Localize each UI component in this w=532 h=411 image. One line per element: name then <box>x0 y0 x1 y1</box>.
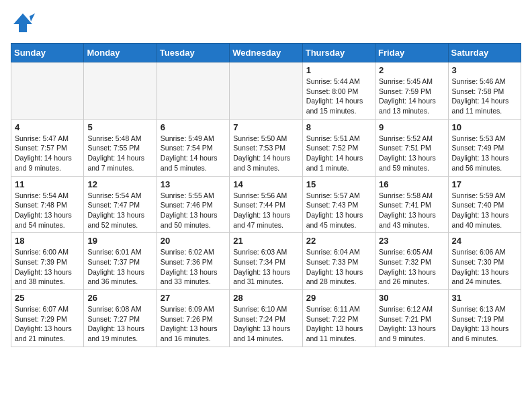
logo-icon <box>11 11 35 35</box>
day-detail: Sunrise: 6:08 AMSunset: 7:27 PMDaylight:… <box>87 304 152 344</box>
day-number: 18 <box>15 236 80 246</box>
day-detail: Sunrise: 6:06 AMSunset: 7:30 PMDaylight:… <box>452 247 517 287</box>
calendar-cell: 24Sunrise: 6:06 AMSunset: 7:30 PMDayligh… <box>448 233 521 290</box>
day-number: 4 <box>15 122 80 132</box>
day-number: 7 <box>233 122 298 132</box>
day-detail: Sunrise: 6:13 AMSunset: 7:19 PMDaylight:… <box>452 304 517 344</box>
day-detail: Sunrise: 5:55 AMSunset: 7:46 PMDaylight:… <box>161 191 226 230</box>
calendar-cell: 18Sunrise: 6:00 AMSunset: 7:39 PMDayligh… <box>11 233 84 290</box>
day-detail: Sunrise: 5:59 AMSunset: 7:40 PMDaylight:… <box>452 191 517 230</box>
calendar-cell: 12Sunrise: 5:54 AMSunset: 7:47 PMDayligh… <box>84 176 157 233</box>
weekday-header-sunday: Sunday <box>11 44 84 62</box>
weekday-header-saturday: Saturday <box>448 44 521 62</box>
calendar-cell: 3Sunrise: 5:46 AMSunset: 7:58 PMDaylight… <box>448 62 521 120</box>
calendar-cell: 20Sunrise: 6:02 AMSunset: 7:36 PMDayligh… <box>157 233 229 290</box>
weekday-header-friday: Friday <box>375 44 448 62</box>
day-number: 23 <box>379 236 444 246</box>
day-number: 1 <box>306 65 371 75</box>
calendar-week-3: 11Sunrise: 5:54 AMSunset: 7:48 PMDayligh… <box>11 176 521 233</box>
calendar-cell <box>11 62 84 120</box>
day-number: 19 <box>87 236 152 246</box>
calendar-cell: 13Sunrise: 5:55 AMSunset: 7:46 PMDayligh… <box>157 176 229 233</box>
weekday-header-tuesday: Tuesday <box>157 44 229 62</box>
calendar-cell: 25Sunrise: 6:07 AMSunset: 7:29 PMDayligh… <box>11 290 84 347</box>
day-detail: Sunrise: 5:53 AMSunset: 7:49 PMDaylight:… <box>452 134 517 173</box>
calendar-header: SundayMondayTuesdayWednesdayThursdayFrid… <box>11 44 521 62</box>
calendar-cell: 23Sunrise: 6:05 AMSunset: 7:32 PMDayligh… <box>375 233 448 290</box>
weekday-header-row: SundayMondayTuesdayWednesdayThursdayFrid… <box>11 44 521 62</box>
day-number: 30 <box>379 293 444 303</box>
day-number: 14 <box>233 179 298 189</box>
calendar-cell <box>230 62 302 120</box>
day-detail: Sunrise: 6:04 AMSunset: 7:33 PMDaylight:… <box>306 247 371 287</box>
day-number: 20 <box>161 236 226 246</box>
calendar-cell: 29Sunrise: 6:11 AMSunset: 7:22 PMDayligh… <box>302 290 375 347</box>
day-number: 2 <box>379 65 444 75</box>
day-detail: Sunrise: 6:00 AMSunset: 7:39 PMDaylight:… <box>15 247 80 287</box>
svg-marker-1 <box>30 13 35 21</box>
calendar-cell: 11Sunrise: 5:54 AMSunset: 7:48 PMDayligh… <box>11 176 84 233</box>
calendar-cell <box>157 62 229 120</box>
calendar-cell: 6Sunrise: 5:49 AMSunset: 7:54 PMDaylight… <box>157 119 229 176</box>
calendar-cell: 27Sunrise: 6:09 AMSunset: 7:26 PMDayligh… <box>157 290 229 347</box>
day-number: 21 <box>233 236 298 246</box>
calendar-cell: 4Sunrise: 5:47 AMSunset: 7:57 PMDaylight… <box>11 119 84 176</box>
calendar-cell: 7Sunrise: 5:50 AMSunset: 7:53 PMDaylight… <box>230 119 302 176</box>
calendar-cell: 2Sunrise: 5:45 AMSunset: 7:59 PMDaylight… <box>375 62 448 120</box>
calendar-cell: 8Sunrise: 5:51 AMSunset: 7:52 PMDaylight… <box>302 119 375 176</box>
day-number: 12 <box>87 179 152 189</box>
day-detail: Sunrise: 6:10 AMSunset: 7:24 PMDaylight:… <box>233 304 298 344</box>
day-number: 29 <box>306 293 371 303</box>
calendar-cell: 19Sunrise: 6:01 AMSunset: 7:37 PMDayligh… <box>84 233 157 290</box>
day-detail: Sunrise: 6:11 AMSunset: 7:22 PMDaylight:… <box>306 304 371 344</box>
page-header <box>11 11 521 35</box>
calendar-cell: 10Sunrise: 5:53 AMSunset: 7:49 PMDayligh… <box>448 119 521 176</box>
day-detail: Sunrise: 6:02 AMSunset: 7:36 PMDaylight:… <box>161 247 226 287</box>
day-detail: Sunrise: 5:50 AMSunset: 7:53 PMDaylight:… <box>233 134 298 173</box>
calendar-cell: 21Sunrise: 6:03 AMSunset: 7:34 PMDayligh… <box>230 233 302 290</box>
day-number: 25 <box>15 293 80 303</box>
weekday-header-thursday: Thursday <box>302 44 375 62</box>
day-detail: Sunrise: 6:03 AMSunset: 7:34 PMDaylight:… <box>233 247 298 287</box>
day-detail: Sunrise: 5:49 AMSunset: 7:54 PMDaylight:… <box>161 134 226 173</box>
weekday-header-wednesday: Wednesday <box>230 44 302 62</box>
day-number: 8 <box>306 122 371 132</box>
calendar-cell: 17Sunrise: 5:59 AMSunset: 7:40 PMDayligh… <box>448 176 521 233</box>
weekday-header-monday: Monday <box>84 44 157 62</box>
calendar-cell: 1Sunrise: 5:44 AMSunset: 8:00 PMDaylight… <box>302 62 375 120</box>
day-number: 9 <box>379 122 444 132</box>
day-number: 11 <box>15 179 80 189</box>
day-detail: Sunrise: 5:51 AMSunset: 7:52 PMDaylight:… <box>306 134 371 173</box>
calendar-week-2: 4Sunrise: 5:47 AMSunset: 7:57 PMDaylight… <box>11 119 521 176</box>
calendar-cell: 31Sunrise: 6:13 AMSunset: 7:19 PMDayligh… <box>448 290 521 347</box>
calendar-week-5: 25Sunrise: 6:07 AMSunset: 7:29 PMDayligh… <box>11 290 521 347</box>
day-detail: Sunrise: 6:09 AMSunset: 7:26 PMDaylight:… <box>161 304 226 344</box>
day-detail: Sunrise: 5:52 AMSunset: 7:51 PMDaylight:… <box>379 134 444 173</box>
calendar-cell <box>84 62 157 120</box>
calendar-cell: 30Sunrise: 6:12 AMSunset: 7:21 PMDayligh… <box>375 290 448 347</box>
calendar-cell: 15Sunrise: 5:57 AMSunset: 7:43 PMDayligh… <box>302 176 375 233</box>
day-detail: Sunrise: 5:44 AMSunset: 8:00 PMDaylight:… <box>306 77 371 116</box>
day-detail: Sunrise: 5:56 AMSunset: 7:44 PMDaylight:… <box>233 191 298 230</box>
calendar-cell: 16Sunrise: 5:58 AMSunset: 7:41 PMDayligh… <box>375 176 448 233</box>
day-number: 6 <box>161 122 226 132</box>
day-number: 31 <box>452 293 517 303</box>
day-detail: Sunrise: 5:58 AMSunset: 7:41 PMDaylight:… <box>379 191 444 230</box>
calendar-table: SundayMondayTuesdayWednesdayThursdayFrid… <box>11 43 521 347</box>
day-detail: Sunrise: 6:05 AMSunset: 7:32 PMDaylight:… <box>379 247 444 287</box>
day-number: 15 <box>306 179 371 189</box>
day-detail: Sunrise: 5:47 AMSunset: 7:57 PMDaylight:… <box>15 134 80 173</box>
day-detail: Sunrise: 5:54 AMSunset: 7:48 PMDaylight:… <box>15 191 80 230</box>
day-number: 24 <box>452 236 517 246</box>
day-number: 5 <box>87 122 152 132</box>
day-detail: Sunrise: 6:12 AMSunset: 7:21 PMDaylight:… <box>379 304 444 344</box>
day-detail: Sunrise: 5:54 AMSunset: 7:47 PMDaylight:… <box>87 191 152 230</box>
calendar-cell: 26Sunrise: 6:08 AMSunset: 7:27 PMDayligh… <box>84 290 157 347</box>
calendar-body: 1Sunrise: 5:44 AMSunset: 8:00 PMDaylight… <box>11 62 521 347</box>
day-detail: Sunrise: 5:45 AMSunset: 7:59 PMDaylight:… <box>379 77 444 116</box>
calendar-cell: 22Sunrise: 6:04 AMSunset: 7:33 PMDayligh… <box>302 233 375 290</box>
svg-marker-0 <box>13 13 32 32</box>
calendar-cell: 9Sunrise: 5:52 AMSunset: 7:51 PMDaylight… <box>375 119 448 176</box>
day-number: 16 <box>379 179 444 189</box>
day-detail: Sunrise: 6:07 AMSunset: 7:29 PMDaylight:… <box>15 304 80 344</box>
